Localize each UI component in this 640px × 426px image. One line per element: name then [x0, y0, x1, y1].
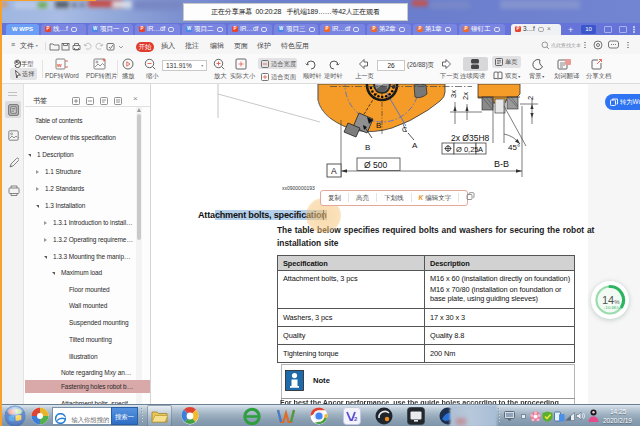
svg-text:2x Ø35H8: 2x Ø35H8: [451, 133, 490, 143]
svg-text:Ø 500: Ø 500: [364, 160, 387, 170]
svg-text:3x: 3x: [449, 90, 458, 98]
svg-text:↓10.6K/s: ↓10.6K/s: [604, 305, 620, 310]
svg-text:Ø 0,25: Ø 0,25: [456, 145, 479, 154]
svg-text:B-B: B-B: [494, 159, 509, 169]
svg-text:2: 2: [526, 96, 535, 100]
svg-text:45°: 45°: [508, 143, 520, 152]
svg-text:w: w: [56, 62, 62, 68]
svg-text:2x: 2x: [461, 92, 470, 100]
svg-text:A: A: [331, 166, 337, 176]
svg-text:B: B: [376, 121, 381, 130]
svg-text:A: A: [412, 141, 418, 150]
svg-text:A: A: [478, 145, 483, 154]
svg-text:B: B: [365, 143, 370, 152]
